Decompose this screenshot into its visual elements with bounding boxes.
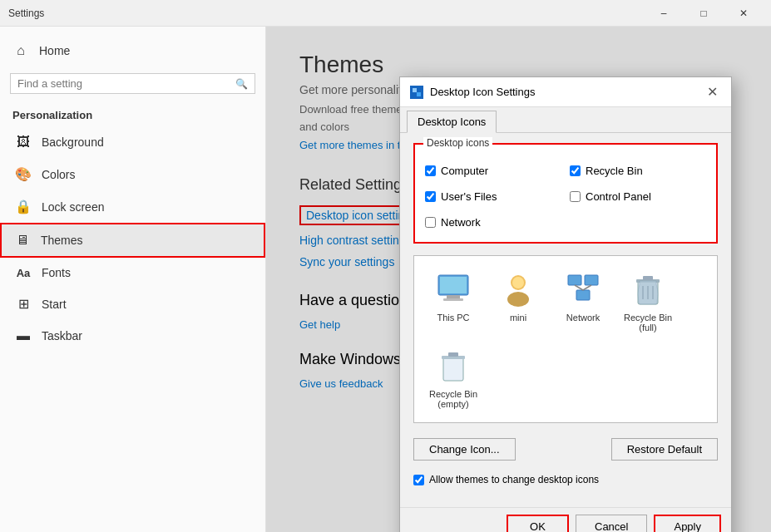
computer-label: Computer — [441, 165, 488, 177]
dialog-tab-desktop-icons[interactable]: Desktop Icons — [407, 111, 497, 133]
settings-window: Settings – □ ✕ ⌂ Home 🔍 Personalization … — [0, 0, 771, 532]
checkbox-recycle-bin[interactable]: Recycle Bin — [570, 165, 706, 177]
dialog-tabs: Desktop Icons — [400, 107, 731, 133]
sidebar-item-start[interactable]: ⊞ Start — [0, 288, 265, 320]
main-content: Themes Get more personality in Windows D… — [266, 27, 771, 532]
sidebar-taskbar-label: Taskbar — [42, 329, 82, 342]
icon-recycle-full[interactable]: Recycle Bin (full) — [619, 266, 677, 336]
dialog-close-button[interactable]: ✕ — [704, 84, 721, 100]
network-icon-visual — [563, 269, 603, 309]
svg-rect-6 — [443, 298, 463, 301]
svg-point-8 — [507, 292, 529, 307]
cancel-button[interactable]: Cancel — [576, 515, 647, 532]
icon-preview-area: This PC — [413, 255, 718, 423]
svg-rect-21 — [443, 357, 463, 381]
background-icon: 🖼 — [15, 135, 32, 150]
sidebar-colors-label: Colors — [42, 168, 75, 181]
window-controls: – □ ✕ — [645, 5, 763, 22]
maximize-button[interactable]: □ — [685, 5, 723, 22]
change-icon-button[interactable]: Change Icon... — [413, 438, 516, 461]
checkbox-computer[interactable]: Computer — [425, 165, 561, 177]
allow-themes-row: Allow themes to change desktop icons — [413, 474, 718, 485]
svg-rect-4 — [440, 277, 467, 293]
sidebar-item-home[interactable]: ⌂ Home — [0, 35, 265, 66]
checkbox-network[interactable]: Network — [425, 216, 561, 229]
sidebar-item-taskbar[interactable]: ▬ Taskbar — [0, 320, 265, 352]
this-pc-icon-visual — [433, 269, 473, 309]
sidebar-item-fonts[interactable]: Aa Fonts — [0, 258, 265, 288]
computer-checkbox[interactable] — [425, 165, 436, 176]
sidebar-item-colors[interactable]: 🎨 Colors — [0, 158, 265, 190]
sidebar-section-label: Personalization — [0, 101, 265, 126]
themes-icon: 🖥 — [14, 233, 31, 248]
sidebar: ⌂ Home 🔍 Personalization 🖼 Background 🎨 … — [0, 27, 266, 532]
sidebar-lock-label: Lock screen — [42, 200, 104, 214]
sidebar-themes-label: Themes — [41, 234, 83, 247]
minimize-button[interactable]: – — [645, 5, 683, 22]
search-area: 🔍 — [0, 66, 265, 101]
allow-themes-checkbox[interactable] — [413, 475, 424, 485]
svg-rect-12 — [576, 290, 590, 300]
dialog-app-icon — [410, 86, 423, 99]
icon-grid-row2: Recycle Bin (empty) — [424, 342, 707, 412]
svg-rect-5 — [447, 295, 460, 298]
desktop-icon-settings-dialog: Desktop Icon Settings ✕ Desktop Icons De… — [399, 76, 732, 532]
checkbox-control-panel[interactable]: Control Panel — [570, 190, 706, 203]
users-files-checkbox[interactable] — [425, 191, 436, 202]
icon-mini[interactable]: mini — [489, 266, 547, 326]
network-label: Network — [566, 313, 600, 323]
taskbar-icon: ▬ — [15, 328, 32, 343]
recycle-full-label: Recycle Bin (full) — [624, 313, 672, 332]
sidebar-background-label: Background — [42, 135, 104, 149]
colors-icon: 🎨 — [15, 166, 32, 182]
icon-recycle-empty[interactable]: Recycle Bin (empty) — [424, 342, 482, 412]
dialog-body: Desktop icons Computer Recycle Bin — [400, 133, 731, 507]
svg-line-14 — [583, 285, 591, 290]
lock-icon: 🔒 — [15, 199, 32, 214]
mini-label: mini — [510, 313, 526, 323]
main-layout: ⌂ Home 🔍 Personalization 🖼 Background 🎨 … — [0, 27, 771, 532]
dialog-overlay: Desktop Icon Settings ✕ Desktop Icons De… — [266, 27, 771, 532]
close-button[interactable]: ✕ — [724, 5, 763, 22]
checkbox-users-files[interactable]: User's Files — [425, 190, 561, 203]
allow-themes-label: Allow themes to change desktop icons — [429, 474, 599, 485]
svg-rect-23 — [448, 352, 458, 357]
svg-rect-1 — [413, 88, 417, 92]
sidebar-item-lock-screen[interactable]: 🔒 Lock screen — [0, 190, 265, 223]
svg-point-9 — [512, 277, 524, 288]
network-checkbox[interactable] — [425, 217, 436, 228]
sidebar-fonts-label: Fonts — [42, 266, 71, 279]
users-files-label: User's Files — [441, 190, 497, 203]
control-panel-checkbox[interactable] — [570, 191, 581, 202]
dialog-title-text: Desktop Icon Settings — [430, 86, 535, 98]
dialog-title-area: Desktop Icon Settings — [410, 86, 535, 99]
sidebar-item-themes[interactable]: 🖥 Themes — [0, 223, 265, 258]
desktop-icons-groupbox: Desktop icons Computer Recycle Bin — [413, 143, 718, 244]
fonts-icon: Aa — [15, 267, 32, 279]
home-label: Home — [39, 44, 70, 57]
svg-rect-10 — [568, 275, 581, 285]
svg-line-13 — [575, 285, 583, 290]
dialog-action-row: Change Icon... Restore Default — [413, 433, 718, 466]
dialog-titlebar: Desktop Icon Settings ✕ — [400, 77, 731, 107]
search-box[interactable]: 🔍 — [10, 73, 255, 94]
search-input[interactable] — [17, 77, 235, 90]
title-bar: Settings – □ ✕ — [0, 0, 771, 27]
icon-network[interactable]: Network — [554, 266, 612, 326]
svg-rect-2 — [417, 92, 421, 96]
recycle-empty-label: Recycle Bin (empty) — [429, 389, 477, 409]
this-pc-label: This PC — [437, 313, 469, 323]
recycle-full-icon-visual — [628, 269, 668, 309]
window-title: Settings — [8, 7, 44, 19]
restore-default-button[interactable]: Restore Default — [611, 438, 718, 461]
sidebar-item-background[interactable]: 🖼 Background — [0, 126, 265, 158]
ok-button[interactable]: OK — [507, 515, 569, 532]
icon-this-pc[interactable]: This PC — [424, 266, 482, 326]
search-icon: 🔍 — [235, 78, 248, 90]
sidebar-start-label: Start — [42, 298, 67, 311]
apply-button[interactable]: Apply — [654, 515, 721, 532]
recycle-bin-checkbox[interactable] — [570, 165, 581, 176]
recycle-empty-icon-visual — [433, 346, 473, 386]
control-panel-label: Control Panel — [586, 190, 651, 203]
svg-rect-17 — [643, 276, 653, 280]
